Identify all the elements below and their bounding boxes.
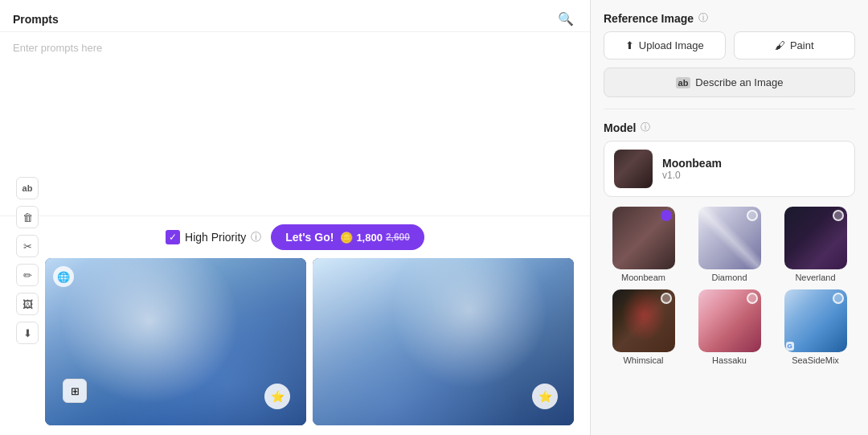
model-title: Model [604, 121, 636, 134]
upload-image-label: Upload Image [639, 39, 704, 51]
save-image-icon: 🖼 [23, 298, 33, 310]
model-item-neverland[interactable]: Neverland [776, 207, 855, 283]
model-help-icon[interactable]: ⓘ [641, 121, 650, 134]
model-item-whimsical[interactable]: Whimsical [604, 289, 683, 366]
model-item-hassaku[interactable]: Hassaku [690, 289, 769, 366]
describe-image-button[interactable]: ab Describe an Image [604, 68, 855, 97]
generated-image-2[interactable]: ⭐ [313, 258, 574, 425]
model-label-moonbeam: Moonbeam [621, 273, 665, 283]
high-priority-label: High Priority [185, 231, 246, 244]
model-item-seaside[interactable]: G SeaSideMix [776, 289, 855, 366]
generated-image-1[interactable]: 🌐 ⊞ ⭐ [45, 258, 306, 425]
model-radio-neverland [833, 210, 844, 221]
model-label-hassaku: Hassaku [712, 355, 747, 366]
prompts-title: Prompts [13, 13, 59, 26]
download-icon: ⬇ [23, 327, 32, 339]
star-icon-2: ⭐ [538, 390, 552, 403]
model-grid: Moonbeam Diamond Neverland [604, 207, 855, 366]
model-section: Model ⓘ Moonbeam v1.0 Moonbeam [604, 121, 855, 366]
pencil-button[interactable]: ✏ [16, 264, 39, 286]
reference-image-section: Reference Image ⓘ ⬆ Upload Image 🖌 Paint… [604, 11, 855, 97]
upload-icon: ⬆ [625, 39, 634, 51]
download-button[interactable]: ⬇ [16, 322, 39, 344]
globe-button-1[interactable]: 🌐 [53, 266, 74, 287]
model-thumb-whimsical [612, 289, 675, 352]
selected-model-name: Moonbeam [662, 157, 722, 170]
model-radio-seaside [833, 293, 844, 304]
model-header: Model ⓘ [604, 121, 855, 134]
describe-icon: ab [676, 77, 691, 88]
model-radio-hassaku [747, 293, 758, 304]
credits-info: 🪙 1,800 2,600 [340, 232, 410, 244]
images-area: ab 🗑 ✂ ✏ 🖼 ⬇ 🌐 [0, 258, 590, 435]
model-thumb-diamond [698, 207, 761, 269]
prompts-placeholder-text: Enter prompts here [13, 42, 102, 54]
image-1-bottom-icons: ⊞ [63, 379, 87, 403]
paint-icon: 🖌 [775, 39, 785, 51]
prompts-header: Prompts 🔍 [0, 0, 590, 32]
credits-current: 1,800 [356, 232, 383, 244]
grid-icon: ⊞ [71, 385, 80, 397]
describe-image-label: Describe an Image [695, 76, 783, 88]
model-thumb-moonbeam [612, 207, 675, 269]
model-thumb-seaside: G [784, 289, 847, 352]
model-thumb-hassaku [698, 289, 761, 352]
star-icon: ⭐ [271, 390, 285, 403]
model-radio-diamond [747, 210, 758, 221]
model-thumb-neverland [784, 207, 847, 269]
selected-model-info: Moonbeam v1.0 [662, 157, 722, 181]
action-bar: ✓ High Priority ⓘ Let's Go! 🪙 1,800 2,60… [0, 215, 590, 258]
left-toolbar: ab 🗑 ✂ ✏ 🖼 ⬇ [16, 258, 39, 344]
credits-original: 2,600 [386, 232, 410, 243]
right-panel: Reference Image ⓘ ⬆ Upload Image 🖌 Paint… [591, 0, 868, 435]
model-label-seaside: SeaSideMix [792, 355, 839, 366]
left-panel: Prompts 🔍 Enter prompts here ✓ High Prio… [0, 0, 591, 435]
pencil-icon: ✏ [23, 269, 32, 281]
model-radio-whimsical [661, 293, 672, 304]
model-label-neverland: Neverland [795, 273, 835, 283]
prompts-input-area[interactable]: Enter prompts here [0, 32, 590, 215]
paint-button[interactable]: 🖌 Paint [734, 31, 856, 60]
lets-go-button[interactable]: Let's Go! 🪙 1,800 2,600 [271, 224, 424, 250]
model-item-diamond[interactable]: Diamond [690, 207, 769, 283]
search-icon: 🔍 [558, 12, 574, 26]
paint-label: Paint [790, 39, 814, 51]
lets-go-label: Let's Go! [285, 231, 334, 244]
g-logo: G [786, 342, 794, 351]
reference-image-help-icon[interactable]: ⓘ [698, 11, 708, 25]
upload-image-button[interactable]: ⬆ Upload Image [604, 31, 726, 60]
model-label-diamond: Diamond [711, 273, 747, 283]
high-priority-help-icon[interactable]: ⓘ [251, 230, 261, 244]
model-label-whimsical: Whimsical [623, 355, 663, 366]
model-radio-moonbeam [661, 210, 672, 221]
grid-view-button[interactable]: ⊞ [63, 379, 87, 403]
reference-buttons: ⬆ Upload Image 🖌 Paint [604, 31, 855, 60]
globe-icon: 🌐 [57, 271, 70, 283]
checkbox-checked-icon: ✓ [166, 230, 180, 244]
model-item-moonbeam[interactable]: Moonbeam [604, 207, 683, 283]
coin-icon: 🪙 [340, 232, 353, 244]
star-button-1[interactable]: ⭐ [264, 384, 290, 409]
search-button[interactable]: 🔍 [555, 10, 577, 28]
star-button-2[interactable]: ⭐ [532, 384, 558, 409]
reference-image-title: Reference Image [604, 12, 694, 25]
save-image-button[interactable]: 🖼 [16, 293, 39, 315]
section-divider [604, 109, 855, 109]
selected-model-version: v1.0 [662, 170, 722, 181]
reference-image-header: Reference Image ⓘ [604, 11, 855, 25]
high-priority-checkbox-wrapper[interactable]: ✓ High Priority ⓘ [166, 230, 261, 244]
selected-model-thumbnail [614, 150, 653, 188]
selected-model-card[interactable]: Moonbeam v1.0 [604, 141, 855, 197]
